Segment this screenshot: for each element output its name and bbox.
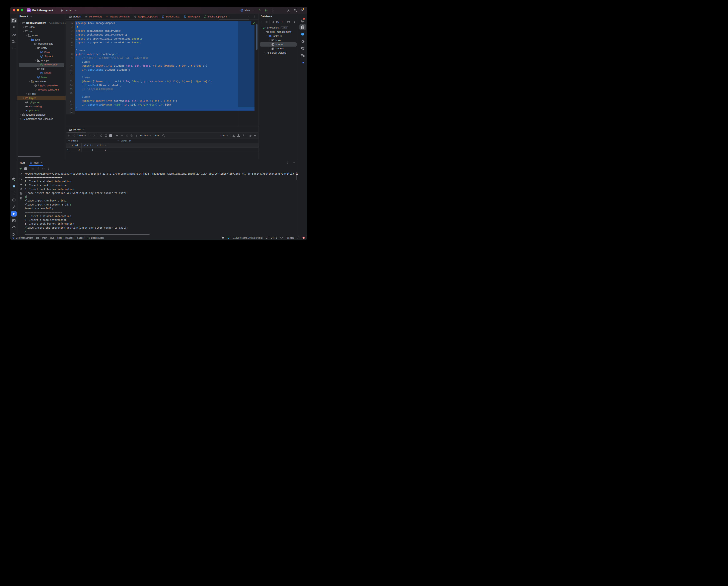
breadcrumb-item[interactable]: book <box>57 237 62 239</box>
expand-panel-icon[interactable] <box>293 21 296 23</box>
git-tool-button[interactable] <box>11 231 17 237</box>
scroll-to-end-icon[interactable] <box>20 187 23 190</box>
scroll-down-icon[interactable] <box>20 177 23 180</box>
close-icon[interactable] <box>40 162 42 164</box>
maven-tool-button[interactable]: m <box>300 59 306 66</box>
project-item-student[interactable]: CStudent <box>18 54 66 58</box>
project-item-resources[interactable]: resources <box>18 79 66 83</box>
chevron-right-icon[interactable] <box>268 39 271 41</box>
project-tool-button[interactable] <box>11 18 17 23</box>
more-run-actions-button[interactable] <box>271 9 275 12</box>
project-item--gitignore[interactable]: .gitignore <box>18 100 66 104</box>
problems-tool-button[interactable] <box>11 225 17 230</box>
terminal-tool-button[interactable] <box>11 218 17 223</box>
editor-tab-sqlutil-java[interactable]: CSqlUtil.java <box>182 14 202 20</box>
export-format-selector[interactable]: CSV <box>220 134 228 137</box>
chevron-down-icon[interactable] <box>25 34 28 36</box>
export-data-icon[interactable] <box>237 134 240 137</box>
chevron-right-icon[interactable] <box>25 93 28 95</box>
search-everywhere-button[interactable] <box>294 9 297 12</box>
run-configuration-selector[interactable]: Main <box>240 9 254 12</box>
project-item-sqlutil[interactable]: CSqlUtil <box>18 71 66 75</box>
ape-plugin-tool-button[interactable] <box>300 45 306 52</box>
copy-source-icon[interactable] <box>265 21 268 23</box>
people-help-tool-button[interactable]: ? <box>11 31 17 37</box>
editor-tab-console-log[interactable]: console.log <box>83 14 103 20</box>
lock-icon[interactable] <box>297 237 300 239</box>
column-header-sid[interactable]: sid <box>82 143 95 147</box>
project-item-logging-properties[interactable]: logging.properties <box>18 83 66 88</box>
chevron-down-icon[interactable] <box>260 27 263 29</box>
breadcrumb-item[interactable]: mapper <box>77 237 84 239</box>
editor-tab-bookmapper-java[interactable]: IBookMapper.java <box>202 14 232 20</box>
db-item-borrow[interactable]: borrow <box>260 42 296 47</box>
project-item-entity[interactable]: entity <box>18 46 66 50</box>
project-item-mybatis-config-xml[interactable]: </>mybatis-config.xml <box>18 88 66 92</box>
breadcrumb-item[interactable]: BookManagment <box>16 237 33 239</box>
chevron-right-icon[interactable] <box>19 114 22 116</box>
sort-icon[interactable] <box>92 144 94 146</box>
project-item-pom-xml[interactable]: mpom.xml <box>18 108 66 113</box>
breadcrumb[interactable]: BookManagment›src›main›java›book›manage›… <box>12 237 104 239</box>
debug-button[interactable] <box>264 9 268 12</box>
column-header-id[interactable]: id <box>70 143 82 147</box>
chevron-right-icon[interactable] <box>22 97 25 99</box>
chevron-down-icon[interactable] <box>34 59 37 62</box>
table-row[interactable]: 1322 <box>66 147 259 152</box>
chevron-down-icon[interactable] <box>34 47 37 49</box>
chevron-right-icon[interactable] <box>19 118 22 120</box>
data-view-settings-icon[interactable] <box>254 134 257 137</box>
commit-tool-button[interactable] <box>11 24 17 30</box>
project-item-book[interactable]: CBook <box>18 50 66 54</box>
project-item--idea[interactable]: .idea <box>18 25 66 29</box>
project-item-main[interactable]: CMain <box>18 75 66 79</box>
order-by-filter[interactable]: ORDER BY <box>117 140 131 142</box>
minimize-window-button[interactable] <box>17 9 19 11</box>
profiler-icon[interactable] <box>42 167 45 170</box>
view-options-icon[interactable] <box>249 134 252 137</box>
mascot-plugin-tool-button[interactable] <box>11 183 17 189</box>
new-datasource-icon[interactable] <box>260 21 263 23</box>
table-tab-borrow[interactable]: borrow <box>68 127 86 132</box>
notifications-button[interactable] <box>300 17 306 24</box>
cell-sid[interactable]: 2 <box>82 147 95 152</box>
delete-row-icon[interactable] <box>121 134 124 137</box>
chevron-down-icon[interactable] <box>22 30 25 32</box>
tab-scrollbar[interactable] <box>219 19 249 20</box>
project-item-mapper[interactable]: mapper <box>18 58 66 63</box>
more-options-icon[interactable] <box>286 161 289 164</box>
console-vertical-scrollbar[interactable] <box>296 172 297 180</box>
settings-button[interactable] <box>301 9 304 12</box>
search-icon[interactable] <box>162 134 165 137</box>
services-tool-button[interactable] <box>11 197 17 203</box>
last-page-icon[interactable] <box>93 134 96 137</box>
line-separator[interactable]: LF <box>266 237 268 239</box>
zoom-window-button[interactable] <box>21 9 23 11</box>
commit-icon[interactable] <box>135 134 138 137</box>
chevron-down-icon[interactable] <box>30 15 32 18</box>
reload-data-icon[interactable] <box>100 134 103 137</box>
console[interactable]: /Users/eve/Library/Java/JavaVirtualMachi… <box>18 171 298 236</box>
project-selector[interactable]: BookManagment <box>32 9 53 12</box>
ape-status-icon[interactable] <box>280 237 283 239</box>
restore-layout-icon[interactable] <box>37 167 40 170</box>
database-changes-tool-button[interactable] <box>11 176 17 182</box>
openai-status-icon[interactable] <box>222 237 225 239</box>
project-item-java[interactable]: java <box>18 38 66 42</box>
v-plugin-status-icon[interactable] <box>227 237 230 239</box>
column-header-bid[interactable]: bid <box>95 143 108 147</box>
chevron-down-icon[interactable] <box>247 15 250 18</box>
thread-dump-icon[interactable] <box>31 167 34 170</box>
chevron-right-icon[interactable] <box>268 48 271 50</box>
chevron-right-icon[interactable] <box>263 52 265 54</box>
submit-icon[interactable] <box>130 134 133 137</box>
db-item-book-management[interactable]: book_management <box>259 30 298 34</box>
intention-bulb-icon[interactable] <box>76 25 79 28</box>
chevron-down-icon[interactable] <box>28 39 31 41</box>
previous-page-icon[interactable] <box>73 134 76 137</box>
chevron-down-icon[interactable] <box>31 43 34 45</box>
project-item-bookmanagment[interactable]: BookManagment~/Desktop/Projects <box>18 21 66 25</box>
revert-icon[interactable] <box>125 134 128 137</box>
refresh-icon[interactable] <box>271 21 275 23</box>
chevron-down-icon[interactable] <box>263 31 265 33</box>
